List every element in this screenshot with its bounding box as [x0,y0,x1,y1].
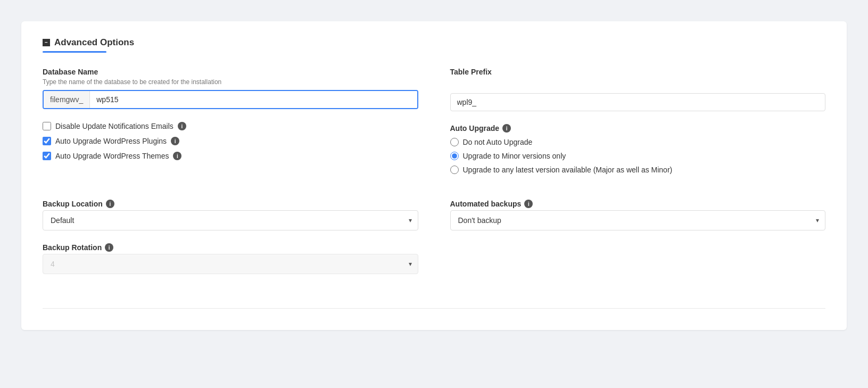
backup-location-group: Backup Location i Default Remote FTP Rem… [43,200,418,230]
radio-minor-upgrade[interactable] [450,152,459,160]
section-title: − Advanced Options [43,37,825,48]
advanced-options-heading: Advanced Options [54,37,134,48]
table-prefix-label: Table Prefix [450,68,826,76]
database-name-group: Database Name Type the name of the datab… [43,68,418,109]
automated-backups-group: Automated backups i Don't backup Daily W… [450,200,826,230]
radio-minor-upgrade-label: Upgrade to Minor versions only [463,152,566,160]
radio-no-upgrade-item: Do not Auto Upgrade [450,138,826,146]
table-prefix-group: Table Prefix [450,68,826,111]
auto-upgrade-group: Auto Upgrade i Do not Auto Upgrade Upgra… [450,124,826,174]
database-name-prefix: filemgwv_ [44,91,90,108]
disable-update-info-icon[interactable]: i [178,122,186,130]
backup-location-info-icon[interactable]: i [106,200,114,208]
database-name-label: Database Name [43,68,418,76]
auto-upgrade-info-icon[interactable]: i [502,124,511,133]
radio-minor-upgrade-item: Upgrade to Minor versions only [450,152,826,160]
backup-location-select[interactable]: Default Remote FTP Remote S3 [43,210,418,230]
automated-backups-info-icon[interactable]: i [524,200,533,208]
bottom-divider [43,308,825,309]
database-name-input[interactable] [90,91,417,108]
auto-upgrade-plugins-item: Auto Upgrade WordPress Plugins i [43,137,418,145]
auto-upgrade-plugins-checkbox[interactable] [43,137,51,145]
backup-location-select-wrapper: Default Remote FTP Remote S3 ▾ [43,210,418,230]
automated-backups-select-wrapper: Don't backup Daily Weekly Monthly ▾ [450,210,826,230]
backup-rotation-info-icon[interactable]: i [105,243,113,252]
auto-upgrade-plugins-info-icon[interactable]: i [171,137,179,145]
backup-rotation-label: Backup Rotation i [43,243,418,252]
auto-upgrade-themes-item: Auto Upgrade WordPress Themes i [43,152,418,160]
radio-major-upgrade[interactable] [450,166,459,174]
table-prefix-input[interactable] [450,93,826,111]
automated-backups-label: Automated backups i [450,200,826,208]
backup-rotation-select: 4 8 12 [43,254,418,274]
automated-backups-select[interactable]: Don't backup Daily Weekly Monthly [450,210,826,230]
disable-update-notifications-item: Disable Update Notifications Emails i [43,122,418,130]
backup-rotation-select-wrapper: 4 8 12 ▾ [43,254,418,274]
backup-rotation-group: Backup Rotation i 4 8 12 ▾ [43,243,418,274]
database-name-hint: Type the name of the database to be crea… [43,78,418,86]
auto-upgrade-plugins-label: Auto Upgrade WordPress Plugins [55,137,167,145]
database-name-input-wrapper: filemgwv_ [43,90,418,109]
radio-no-upgrade[interactable] [450,138,459,146]
auto-upgrade-themes-info-icon[interactable]: i [173,152,181,160]
auto-upgrade-label: Auto Upgrade i [450,124,826,133]
radio-major-upgrade-item: Upgrade to any latest version available … [450,166,826,174]
radio-no-upgrade-label: Do not Auto Upgrade [463,138,533,146]
checkboxes-group: Disable Update Notifications Emails i Au… [43,122,418,160]
collapse-icon[interactable]: − [43,39,50,46]
radio-major-upgrade-label: Upgrade to any latest version available … [463,166,673,174]
auto-upgrade-radio-group: Do not Auto Upgrade Upgrade to Minor ver… [450,138,826,174]
auto-upgrade-themes-label: Auto Upgrade WordPress Themes [55,152,169,160]
auto-upgrade-themes-checkbox[interactable] [43,152,51,160]
backup-location-label: Backup Location i [43,200,418,208]
disable-update-notifications-label: Disable Update Notifications Emails [55,122,173,130]
section-underline [43,51,106,53]
disable-update-notifications-checkbox[interactable] [43,122,51,130]
